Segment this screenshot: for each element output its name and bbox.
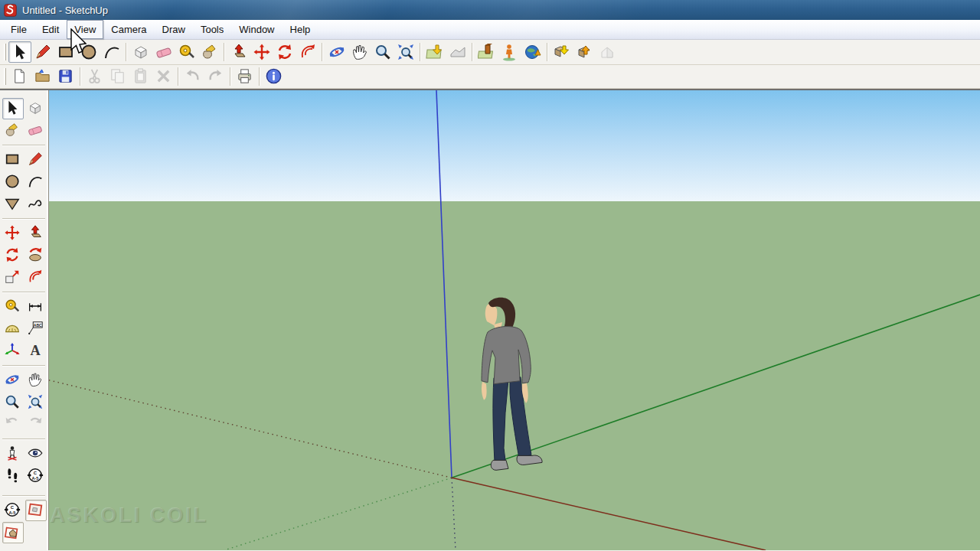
eraser-button[interactable] <box>152 41 175 63</box>
section-plane-icon: CA-5 <box>4 501 22 520</box>
zoom-extents-button[interactable] <box>25 392 47 413</box>
select-button[interactable] <box>2 98 24 119</box>
dock-separator <box>2 495 45 497</box>
pan-icon <box>351 43 369 61</box>
zoom-button[interactable] <box>2 392 24 413</box>
share-component-button <box>596 41 619 63</box>
redo-icon <box>207 67 225 86</box>
orbit-button[interactable] <box>325 41 348 63</box>
tape-measure-button[interactable] <box>175 41 198 63</box>
component-person-button[interactable] <box>498 41 521 63</box>
sketchup-window: Untitled - SketchUp FileEditViewCameraDr… <box>0 0 980 551</box>
toolbar-grip[interactable] <box>4 68 6 85</box>
tool-set-group-5 <box>0 370 48 435</box>
titlebar[interactable]: Untitled - SketchUp <box>0 0 980 20</box>
eraser-button[interactable] <box>25 120 47 142</box>
paste-icon <box>132 67 150 86</box>
person-face <box>485 304 498 325</box>
position-camera-button[interactable] <box>2 443 24 465</box>
make-component-button[interactable] <box>25 98 47 119</box>
arc-button[interactable] <box>25 171 47 193</box>
axes-button[interactable] <box>2 341 24 362</box>
next-icon <box>27 416 45 434</box>
section-plane-button[interactable]: CA-5 <box>2 500 24 521</box>
look-around-button[interactable] <box>25 443 47 465</box>
menu-item-tools[interactable]: Tools <box>193 20 231 39</box>
line-icon <box>27 151 45 169</box>
photo-textures-button[interactable] <box>475 41 498 63</box>
rectangle-button[interactable] <box>2 149 24 171</box>
display-section-cuts-button[interactable] <box>2 522 24 543</box>
push-pull-button[interactable] <box>227 41 250 63</box>
toggle-terrain-icon <box>449 43 467 61</box>
arc-button[interactable] <box>100 41 123 63</box>
offset-button[interactable] <box>296 41 319 63</box>
menu-item-help[interactable]: Help <box>283 20 318 39</box>
pan-button[interactable] <box>25 370 47 391</box>
offset-button[interactable] <box>25 267 47 289</box>
toolbar-getting-started <box>0 40 980 65</box>
open-icon <box>34 67 52 86</box>
offset-icon <box>299 43 317 61</box>
component-person-icon <box>501 43 519 61</box>
paint-bucket-button[interactable] <box>198 41 221 63</box>
save-icon <box>57 67 75 86</box>
push-pull-button[interactable] <box>25 223 47 244</box>
tape-measure-icon <box>178 43 196 61</box>
toolbar-separator <box>80 67 81 86</box>
move-button[interactable] <box>2 223 24 244</box>
line-button[interactable] <box>25 149 47 171</box>
new-button[interactable] <box>8 66 31 87</box>
make-component-button[interactable] <box>129 41 152 63</box>
person-left-hand <box>482 382 487 400</box>
toggle-terrain-button[interactable] <box>446 41 469 63</box>
freehand-button[interactable] <box>25 194 47 215</box>
print-icon <box>236 67 254 86</box>
zoom-extents-button[interactable] <box>394 41 417 63</box>
select-button[interactable] <box>8 41 31 63</box>
dimension-button[interactable] <box>25 296 47 318</box>
tape-measure-button[interactable] <box>2 296 24 318</box>
add-location-button[interactable] <box>423 41 446 63</box>
rotate-button[interactable] <box>2 245 24 266</box>
section-plane-icon: CA-5 <box>27 467 45 485</box>
google-earth-button[interactable] <box>521 41 544 63</box>
redo-button <box>204 66 227 87</box>
menu-item-edit[interactable]: Edit <box>34 20 67 39</box>
polygon-button[interactable] <box>2 194 24 215</box>
freehand-icon <box>27 195 45 214</box>
follow-me-button[interactable] <box>25 245 47 266</box>
dock-separator <box>2 292 45 293</box>
text-button[interactable]: ABC <box>25 318 47 340</box>
section-plane-button[interactable]: CA-5 <box>25 465 47 487</box>
get-models-button[interactable] <box>550 41 573 63</box>
circle-button[interactable] <box>2 171 24 193</box>
rotate-button[interactable] <box>273 41 296 63</box>
large-tool-set-dock: ABCACA-5CA-5 <box>0 90 49 550</box>
text-3d-button[interactable]: A <box>25 341 47 362</box>
menu-item-window[interactable]: Window <box>231 20 282 39</box>
share-model-button[interactable] <box>573 41 596 63</box>
print-button[interactable] <box>234 66 256 87</box>
orbit-button[interactable] <box>2 370 24 391</box>
menu-item-camera[interactable]: Camera <box>103 20 154 39</box>
open-button[interactable] <box>31 66 54 87</box>
menu-item-file[interactable]: File <box>3 20 34 39</box>
person-figure[interactable] <box>482 298 542 471</box>
walk-button[interactable] <box>2 465 24 487</box>
paint-bucket-button[interactable] <box>2 120 24 142</box>
text-icon: ABC <box>27 320 45 338</box>
model-info-button[interactable] <box>263 66 286 87</box>
display-section-planes-button[interactable] <box>25 500 47 521</box>
save-button[interactable] <box>54 66 77 87</box>
protractor-button[interactable] <box>2 318 24 340</box>
toolbar-grip[interactable] <box>4 44 6 60</box>
model-viewport[interactable]: ASKOLI COIL <box>49 90 980 550</box>
scale-button[interactable] <box>2 267 24 289</box>
move-button[interactable] <box>250 41 273 63</box>
line-button[interactable] <box>31 41 54 63</box>
pan-button[interactable] <box>348 41 371 63</box>
menu-item-draw[interactable]: Draw <box>155 20 193 39</box>
zoom-button[interactable] <box>371 41 394 63</box>
svg-text:ABC: ABC <box>34 323 42 328</box>
